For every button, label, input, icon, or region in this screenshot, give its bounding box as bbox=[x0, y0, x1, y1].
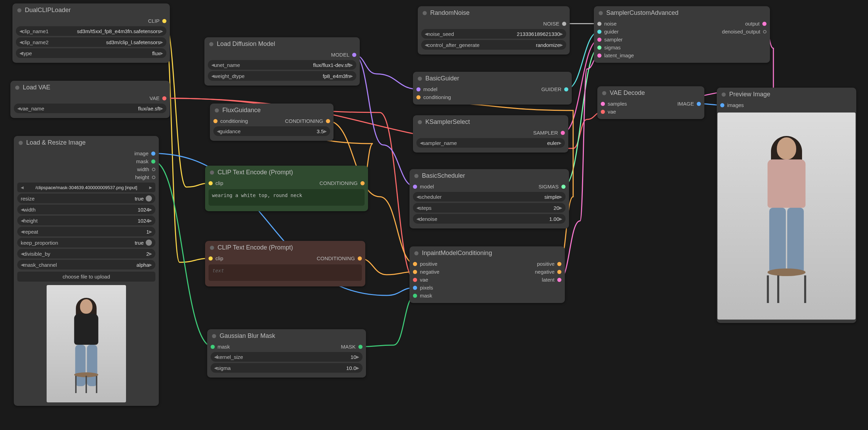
output-port-width[interactable] bbox=[152, 168, 155, 171]
arrow-left-icon[interactable]: ◀ bbox=[17, 106, 20, 111]
arrow-left-icon[interactable]: ◀ bbox=[214, 355, 217, 359]
node-title[interactable]: DualCLIPLoader bbox=[12, 3, 170, 17]
output-port-sampler[interactable] bbox=[561, 131, 565, 135]
node-inpaintmodelconditioning[interactable]: InpaintModelConditioning positive positi… bbox=[409, 246, 565, 303]
output-port-guider[interactable] bbox=[564, 87, 568, 91]
widget-noise_seed[interactable]: ◀noise_seed213336189621330▶ bbox=[421, 29, 566, 39]
wire[interactable] bbox=[164, 21, 211, 263]
collapse-dot-icon[interactable] bbox=[212, 334, 216, 338]
arrow-right-icon[interactable]: ▶ bbox=[559, 195, 562, 199]
node-load-diffusion-model[interactable]: Load Diffusion Model MODEL ◀unet_nameflu… bbox=[204, 37, 360, 86]
node-clip-text-encode-positive[interactable]: CLIP Text Encode (Prompt) clip CONDITION… bbox=[205, 166, 368, 211]
arrow-right-icon[interactable]: ▶ bbox=[350, 74, 353, 78]
collapse-dot-icon[interactable] bbox=[418, 120, 422, 124]
arrow-right-icon[interactable]: ▶ bbox=[149, 263, 152, 267]
arrow-left-icon[interactable]: ◀ bbox=[211, 74, 214, 78]
collapse-dot-icon[interactable] bbox=[19, 141, 23, 145]
node-title[interactable]: InpaintModelConditioning bbox=[409, 246, 565, 260]
widget-sigma[interactable]: ◀sigma10.0▶ bbox=[211, 363, 363, 373]
node-randomnoise[interactable]: RandomNoise NOISE ◀noise_seed21333618962… bbox=[418, 6, 570, 55]
input-port-pixels[interactable] bbox=[413, 286, 417, 290]
widget-steps[interactable]: ◀steps20▶ bbox=[413, 203, 566, 213]
wire[interactable] bbox=[354, 55, 418, 89]
output-port-noise[interactable] bbox=[562, 22, 566, 26]
arrow-left-icon[interactable]: ◀ bbox=[214, 366, 217, 370]
arrow-left-icon[interactable]: ◀ bbox=[217, 129, 220, 134]
output-port-height[interactable] bbox=[152, 176, 155, 179]
node-vae-decode[interactable]: VAE Decode samples IMAGE vae bbox=[597, 86, 704, 119]
arrow-right-icon[interactable]: ▶ bbox=[149, 185, 152, 190]
arrow-right-icon[interactable]: ▶ bbox=[560, 32, 563, 36]
node-title[interactable]: CLIP Text Encode (Prompt) bbox=[205, 166, 368, 179]
node-title[interactable]: Load VAE bbox=[10, 81, 170, 94]
arrow-right-icon[interactable]: ▶ bbox=[350, 63, 353, 67]
output-port-conditioning[interactable] bbox=[360, 181, 365, 185]
node-load-resize-image[interactable]: Load & Resize Image image mask width hei… bbox=[14, 136, 159, 406]
input-port-mask[interactable] bbox=[211, 345, 215, 349]
node-fluxguidance[interactable]: FluxGuidance conditioning CONDITIONING ◀… bbox=[210, 104, 334, 141]
arrow-right-icon[interactable]: ▶ bbox=[160, 29, 163, 33]
arrow-right-icon[interactable]: ▶ bbox=[559, 206, 562, 210]
output-port-image[interactable] bbox=[151, 152, 155, 156]
arrow-left-icon[interactable]: ◀ bbox=[21, 207, 23, 212]
input-port-sigmas[interactable] bbox=[597, 46, 601, 50]
node-title[interactable]: KSamplerSelect bbox=[413, 115, 568, 129]
wire[interactable] bbox=[164, 21, 211, 187]
arrow-left-icon[interactable]: ◀ bbox=[21, 185, 23, 190]
node-preview-image[interactable]: Preview Image images bbox=[717, 88, 856, 323]
input-port-vae[interactable] bbox=[413, 278, 417, 282]
node-title[interactable]: CLIP Text Encode (Prompt) bbox=[205, 241, 365, 254]
input-port-samples[interactable] bbox=[601, 102, 605, 106]
prompt-textarea[interactable]: text bbox=[209, 264, 362, 281]
collapse-dot-icon[interactable] bbox=[602, 91, 606, 95]
arrow-left-icon[interactable]: ◀ bbox=[416, 195, 419, 199]
preview-image-thumbnail[interactable] bbox=[717, 113, 856, 320]
input-port-clip[interactable] bbox=[209, 256, 213, 261]
collapse-dot-icon[interactable] bbox=[209, 42, 213, 46]
output-port-mask[interactable] bbox=[151, 159, 155, 164]
input-port-model[interactable] bbox=[416, 87, 421, 91]
wire[interactable] bbox=[563, 48, 599, 187]
node-basicscheduler[interactable]: BasicScheduler model SIGMAS ◀schedulersi… bbox=[409, 169, 569, 228]
widget-guidance[interactable]: ◀guidance3.5▶ bbox=[213, 126, 330, 136]
input-port-vae[interactable] bbox=[601, 110, 605, 114]
input-port-negative[interactable] bbox=[413, 270, 417, 274]
widget-mask_channel[interactable]: ◀mask_channelalpha▶ bbox=[17, 260, 155, 270]
input-port-model[interactable] bbox=[413, 185, 417, 189]
widget-sampler_name[interactable]: ◀sampler_nameeuler▶ bbox=[416, 138, 565, 148]
arrow-left-icon[interactable]: ◀ bbox=[211, 63, 214, 67]
output-port-sigmas[interactable] bbox=[561, 185, 566, 189]
arrow-left-icon[interactable]: ◀ bbox=[420, 141, 423, 145]
output-port-model[interactable] bbox=[352, 53, 356, 57]
arrow-right-icon[interactable]: ▶ bbox=[559, 141, 561, 145]
input-port-guider[interactable] bbox=[597, 30, 601, 34]
arrow-left-icon[interactable]: ◀ bbox=[19, 51, 22, 56]
arrow-right-icon[interactable]: ▶ bbox=[149, 218, 152, 223]
input-port-mask[interactable] bbox=[413, 294, 417, 298]
node-title[interactable]: RandomNoise bbox=[418, 6, 570, 20]
input-image-thumbnail[interactable] bbox=[47, 285, 126, 402]
node-title[interactable]: Load Diffusion Model bbox=[204, 37, 360, 51]
input-port-clip[interactable] bbox=[209, 181, 213, 185]
output-port-mask[interactable] bbox=[358, 345, 363, 349]
collapse-dot-icon[interactable] bbox=[414, 174, 418, 178]
arrow-left-icon[interactable]: ◀ bbox=[19, 29, 22, 33]
collapse-dot-icon[interactable] bbox=[414, 251, 418, 255]
widget-height[interactable]: ◀height1024▶ bbox=[17, 216, 155, 225]
widget-weight_dtype[interactable]: ◀weight_dtypefp8_e4m3fn▶ bbox=[208, 71, 356, 81]
widget-resize[interactable]: resizetrue bbox=[17, 194, 155, 203]
arrow-left-icon[interactable]: ◀ bbox=[21, 229, 23, 234]
collapse-dot-icon[interactable] bbox=[418, 77, 422, 81]
node-title[interactable]: BasicGuider bbox=[413, 72, 572, 85]
collapse-dot-icon[interactable] bbox=[599, 11, 603, 15]
arrow-right-icon[interactable]: ▶ bbox=[160, 106, 163, 111]
arrow-right-icon[interactable]: ▶ bbox=[149, 229, 152, 234]
node-title[interactable]: VAE Decode bbox=[597, 86, 704, 100]
input-port-conditioning[interactable] bbox=[213, 119, 218, 123]
output-port-output[interactable] bbox=[762, 22, 766, 26]
node-gaussian-blur-mask[interactable]: Gaussian Blur Mask mask MASK ◀kernel_siz… bbox=[207, 329, 366, 378]
arrow-left-icon[interactable]: ◀ bbox=[416, 217, 419, 221]
output-port-conditioning[interactable] bbox=[326, 119, 330, 123]
input-port-latent_image[interactable] bbox=[597, 53, 601, 58]
widget-repeat[interactable]: ◀repeat1▶ bbox=[17, 227, 155, 236]
